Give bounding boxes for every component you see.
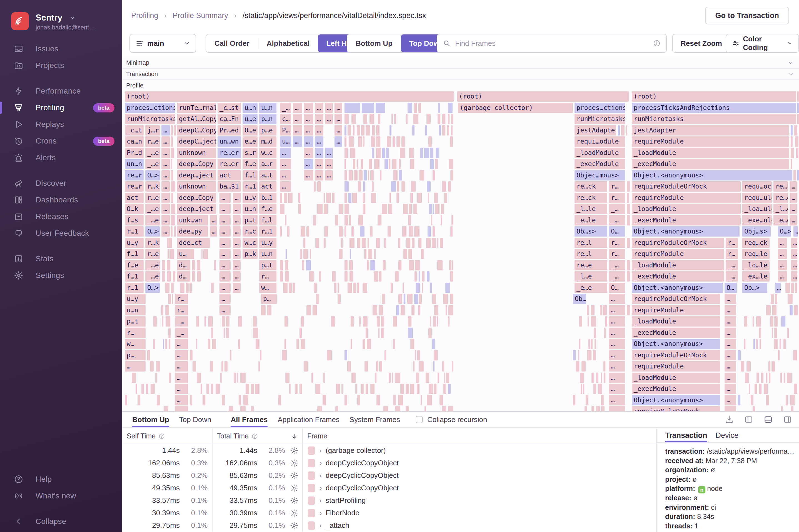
flame-frame[interactable]: f…e: [259, 204, 276, 214]
flame-frame[interactable]: [406, 384, 409, 394]
flame-frame[interactable]: [212, 339, 216, 349]
flame-frame[interactable]: [220, 373, 222, 383]
flame-frame[interactable]: …: [293, 103, 302, 113]
flame-frame[interactable]: [190, 395, 192, 405]
flame-frame[interactable]: [400, 148, 405, 158]
flame-frame[interactable]: _…: [175, 328, 188, 338]
org-switcher[interactable]: Sentry jonas.badalic@sent…: [11, 12, 114, 30]
flame-frame[interactable]: [155, 373, 157, 383]
flame-frame[interactable]: d…: [177, 271, 190, 282]
flame-frame[interactable]: re…l: [575, 249, 607, 259]
flame-frame[interactable]: [351, 114, 356, 124]
flame-frame[interactable]: act: [218, 170, 241, 180]
flame-frame[interactable]: [573, 350, 576, 360]
flame-frame[interactable]: _l…le: [575, 204, 607, 214]
flame-frame[interactable]: [363, 339, 365, 349]
sidebar-item-settings[interactable]: Settings: [0, 267, 122, 284]
flame-frame[interactable]: [165, 339, 167, 349]
flame-frame[interactable]: [759, 328, 761, 338]
flame-frame[interactable]: [402, 181, 405, 192]
flame-frame[interactable]: _loadModule: [632, 204, 741, 214]
flame-frame[interactable]: [169, 339, 170, 349]
flame-frame[interactable]: [412, 125, 414, 135]
transaction-section-header[interactable]: Transaction: [122, 68, 799, 79]
flame-frame[interactable]: _execModule: [632, 159, 789, 169]
flame-frame[interactable]: requireModule: [632, 361, 720, 372]
flame-frame[interactable]: [434, 384, 436, 394]
flame-frame[interactable]: [299, 384, 302, 394]
flame-frame[interactable]: [774, 316, 777, 326]
flame-frame[interactable]: requireModuleOrMock: [632, 181, 741, 192]
flame-frame[interactable]: [315, 238, 319, 248]
flame-frame[interactable]: [428, 328, 432, 338]
flame-frame[interactable]: re…ck: [575, 181, 607, 192]
flame-frame[interactable]: …: [725, 350, 736, 360]
flame-frame[interactable]: [301, 339, 305, 349]
flame-frame[interactable]: [303, 249, 308, 259]
flame-frame[interactable]: [345, 159, 346, 169]
flame-frame[interactable]: [596, 406, 599, 411]
flame-frame[interactable]: [402, 136, 405, 147]
flame-frame[interactable]: [410, 193, 412, 203]
flame-frame[interactable]: requireModule: [632, 193, 741, 203]
flame-frame[interactable]: [295, 384, 298, 394]
flame-frame[interactable]: p…t: [259, 260, 276, 270]
flame-frame[interactable]: [388, 204, 392, 214]
flame-frame[interactable]: [345, 226, 346, 236]
flame-frame[interactable]: [605, 316, 607, 326]
flame-frame[interactable]: [323, 373, 325, 383]
flame-frame[interactable]: [167, 238, 172, 248]
flame-frame[interactable]: …: [162, 226, 170, 236]
flame-frame[interactable]: [591, 305, 594, 316]
flame-frame[interactable]: r…: [609, 238, 625, 248]
expand-chevron-icon[interactable]: ›: [319, 459, 322, 467]
flame-frame[interactable]: [240, 406, 246, 411]
flame-frame[interactable]: [448, 103, 452, 113]
flame-frame[interactable]: [417, 350, 420, 360]
flame-frame[interactable]: _execModule: [575, 159, 625, 169]
flame-frame[interactable]: [246, 384, 249, 394]
flame-frame[interactable]: [791, 136, 793, 147]
flame-frame[interactable]: r…: [125, 328, 146, 338]
flame-frame[interactable]: [442, 406, 446, 411]
flame-frame[interactable]: [280, 226, 282, 236]
flame-frame[interactable]: …: [280, 148, 291, 158]
flame-frame[interactable]: [791, 148, 794, 158]
flame-frame[interactable]: [395, 373, 400, 383]
flame-frame[interactable]: [171, 159, 172, 169]
flame-frame[interactable]: [626, 125, 627, 135]
flame-frame[interactable]: [284, 339, 286, 349]
flame-frame[interactable]: [432, 238, 436, 248]
flame-frame[interactable]: [284, 316, 288, 326]
flame-frame[interactable]: …: [162, 193, 170, 203]
flame-frame[interactable]: [312, 373, 313, 383]
flame-frame[interactable]: …: [778, 238, 787, 248]
flame-frame[interactable]: [306, 260, 311, 270]
flame-frame[interactable]: requireModule: [632, 305, 720, 316]
flame-frame[interactable]: [349, 170, 353, 180]
flame-frame[interactable]: [153, 339, 155, 349]
flame-frame[interactable]: [443, 294, 448, 304]
flame-frame[interactable]: Object.<anonymous>: [632, 395, 720, 405]
flame-frame[interactable]: [794, 384, 798, 394]
flame-frame[interactable]: …: [778, 260, 787, 270]
flame-frame[interactable]: …: [609, 305, 625, 316]
flame-frame[interactable]: dee…py: [177, 226, 208, 236]
flame-frame[interactable]: [364, 114, 367, 124]
flame-frame[interactable]: [317, 204, 322, 214]
flame-frame[interactable]: (root): [125, 91, 454, 102]
flame-frame[interactable]: …: [609, 328, 625, 338]
tab-application-frames[interactable]: Application Frames: [278, 412, 339, 427]
flame-frame[interactable]: …: [789, 204, 797, 214]
flame-frame[interactable]: [372, 125, 375, 135]
flame-frame[interactable]: [602, 305, 607, 316]
flame-frame[interactable]: _…: [609, 204, 625, 214]
flame-frame[interactable]: …: [315, 114, 323, 124]
flame-frame[interactable]: [581, 384, 582, 394]
flame-frame[interactable]: [766, 395, 769, 405]
flame-frame[interactable]: [448, 181, 451, 192]
flame-frame[interactable]: Obj…s>: [742, 226, 771, 236]
flame-frame[interactable]: requ…ule: [742, 193, 772, 203]
flame-frame[interactable]: [211, 384, 213, 394]
flame-frame[interactable]: [314, 283, 317, 293]
